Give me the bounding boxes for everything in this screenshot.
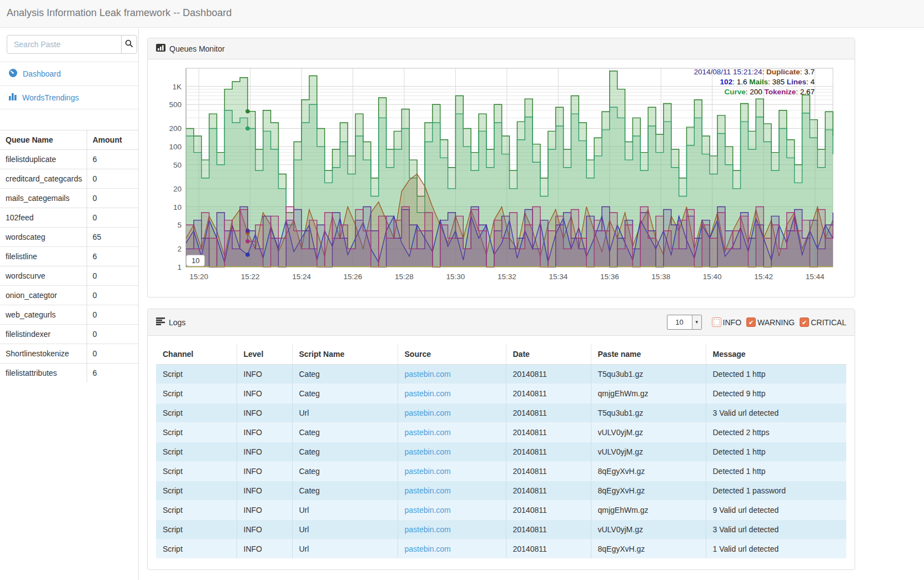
log-cell: Categ	[292, 442, 398, 462]
queue-name-cell: mails_categemails	[0, 189, 87, 208]
table-row: ScriptINFOUrlpastebin.com20140811T5qu3ub…	[156, 404, 846, 423]
queue-amount-cell: 0	[87, 305, 138, 325]
svg-text:15:34: 15:34	[549, 273, 568, 281]
log-cell: Categ	[292, 481, 398, 501]
svg-text:15:22: 15:22	[241, 273, 260, 281]
sidebar-item-wordstrendings[interactable]: WordsTrendings	[0, 86, 138, 109]
search-button[interactable]	[121, 35, 137, 54]
log-cell: INFO	[237, 539, 292, 559]
log-cell: Script	[156, 423, 237, 442]
log-cell: Script	[156, 520, 237, 539]
svg-text:15:32: 15:32	[498, 273, 516, 281]
log-cell: Detected 1 password	[706, 481, 846, 501]
log-cell: 9 Valid url detected	[706, 501, 846, 520]
source-link[interactable]: pastebin.com	[405, 544, 451, 553]
source-cell: pastebin.com	[398, 365, 506, 384]
log-cell: Script	[156, 384, 237, 404]
svg-text:15:24: 15:24	[292, 273, 311, 281]
logs-column-header: Message	[706, 344, 846, 365]
log-cell: qmjgEhWm.gz	[591, 384, 706, 404]
queue-amount-cell: 0	[87, 344, 138, 364]
unchecked-checkbox-icon	[712, 317, 721, 327]
source-link[interactable]: pastebin.com	[405, 389, 451, 398]
log-cell: Detected 2 https	[706, 423, 846, 442]
source-cell: pastebin.com	[398, 462, 506, 481]
log-cell: T5qu3ub1.gz	[591, 404, 706, 423]
source-link[interactable]: pastebin.com	[405, 467, 451, 476]
log-cell: Categ	[292, 423, 398, 442]
filter-warning-checkbox[interactable]: WARNING	[746, 317, 795, 327]
log-cell: INFO	[237, 481, 292, 501]
queue-amount-cell: 6	[87, 364, 138, 383]
log-cell: Url	[292, 501, 398, 520]
legend-line: Curve: 200 Tokenize: 2.67	[694, 87, 815, 97]
log-cell: INFO	[237, 462, 292, 481]
filter-label: CRITICAL	[811, 318, 846, 327]
queue-name-cell: filelistindexer	[0, 325, 87, 344]
source-link[interactable]: pastebin.com	[405, 525, 451, 534]
logs-icon	[156, 317, 165, 327]
source-cell: pastebin.com	[398, 481, 506, 501]
source-link[interactable]: pastebin.com	[405, 370, 451, 379]
legend-line: 102: 1.6 Mails: 385 Lines: 4	[694, 77, 815, 87]
svg-text:1K: 1K	[172, 83, 182, 91]
queues-monitor-icon	[156, 44, 165, 53]
page-title: Analysis Information Leak framework -- D…	[0, 0, 238, 26]
queue-amount-cell: 0	[87, 169, 138, 189]
source-cell: pastebin.com	[398, 384, 506, 404]
log-cell: Script	[156, 481, 237, 501]
queue-table-header-amount: Amount	[87, 130, 138, 150]
source-link[interactable]: pastebin.com	[405, 408, 451, 417]
log-cell: Script	[156, 539, 237, 559]
svg-text:15:28: 15:28	[395, 273, 414, 281]
queue-name-cell: filelistduplicate	[0, 150, 87, 169]
log-cell: 20140811	[506, 442, 591, 462]
queue-name-cell: wordscurve	[0, 266, 87, 286]
svg-text:5: 5	[177, 221, 182, 229]
svg-text:15:36: 15:36	[600, 273, 619, 281]
logs-heading: Logs 10 ▼ INFOWARNINGCRITICAL	[148, 309, 855, 336]
log-cell: T5qu3ub1.gz	[591, 365, 706, 384]
queue-amount-cell: 0	[87, 189, 138, 208]
table-row: filelistduplicate6	[0, 150, 138, 169]
checked-checkbox-icon	[800, 317, 809, 327]
svg-text:200: 200	[169, 124, 182, 133]
log-cell: 20140811	[506, 404, 591, 423]
bar-chart-icon	[8, 92, 17, 103]
source-link[interactable]: pastebin.com	[405, 506, 451, 515]
chart-tooltip: 10	[186, 255, 205, 266]
logs-column-header: Level	[237, 344, 292, 365]
table-row: ScriptINFOCategpastebin.com201408118qEgy…	[156, 481, 846, 501]
sidebar: Dashboard WordsTrendings Queue Name Amou…	[0, 28, 139, 580]
page-size-select[interactable]: 10 ▼	[667, 315, 702, 330]
logs-title: Logs	[169, 318, 185, 327]
log-cell: 8qEgyXvH.gz	[591, 481, 706, 501]
source-link[interactable]: pastebin.com	[405, 447, 451, 456]
source-link[interactable]: pastebin.com	[405, 428, 451, 437]
log-cell: 3 Valid url detected	[706, 404, 846, 423]
svg-text:10: 10	[173, 203, 182, 211]
search-group	[7, 35, 132, 54]
log-cell: Detected 1 http	[706, 442, 846, 462]
top-navbar: Analysis Information Leak framework -- D…	[0, 0, 924, 28]
logs-body: ChannelLevelScript NameSourceDatePaste n…	[148, 336, 855, 569]
log-cell: Script	[156, 404, 237, 423]
search-icon	[125, 39, 133, 49]
svg-text:50: 50	[173, 161, 182, 169]
log-cell: Detected 1 http	[706, 365, 846, 384]
queue-amount-cell: 6	[87, 150, 138, 169]
log-cell: INFO	[237, 423, 292, 442]
filter-info-checkbox[interactable]: INFO	[712, 317, 741, 327]
source-link[interactable]: pastebin.com	[405, 486, 451, 495]
table-row: ScriptINFOCategpastebin.com20140811vULV0…	[156, 442, 846, 462]
table-row: ScriptINFOUrlpastebin.com20140811qmjgEhW…	[156, 501, 846, 520]
search-input[interactable]	[7, 35, 122, 54]
filter-critical-checkbox[interactable]: CRITICAL	[800, 317, 846, 327]
queue-amount-cell: 65	[87, 228, 138, 247]
chevron-down-icon: ▼	[692, 315, 701, 329]
queue-name-cell: web_categurls	[0, 305, 87, 325]
log-cell: Url	[292, 520, 398, 539]
log-cell: Url	[292, 404, 398, 423]
sidebar-item-dashboard[interactable]: Dashboard	[0, 62, 138, 86]
log-cell: Script	[156, 365, 237, 384]
